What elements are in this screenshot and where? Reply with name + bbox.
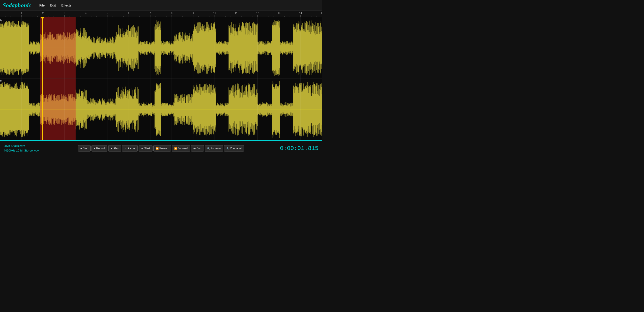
menu-file[interactable]: File (36, 2, 47, 9)
forward-button[interactable]: ⏩ Forward (172, 145, 190, 152)
pause-icon: ⏸ (124, 147, 127, 150)
menu-effects[interactable]: Effects (58, 2, 74, 9)
zoom-in-icon: 🔍 (207, 147, 210, 150)
time-display: 0:00:01.815 (274, 145, 318, 152)
play-icon: ▶ (111, 147, 112, 150)
pause-button[interactable]: ⏸ Pause (122, 145, 138, 152)
rewind-button[interactable]: ⏪ Rewind (154, 145, 171, 152)
play-button[interactable]: ▶ Play (108, 145, 121, 152)
zoom-out-icon: 🔍 (226, 147, 229, 150)
status-bar: Love Shack.wav 44100Hz 16-bit Stereo wav… (0, 140, 322, 156)
end-icon: ⏭ (194, 147, 196, 150)
record-icon: ● (94, 147, 95, 150)
forward-icon: ⏩ (174, 147, 177, 150)
waveform-container[interactable] (0, 11, 322, 140)
record-button[interactable]: ● Record (92, 145, 108, 152)
transport-controls: ■ Stop ● Record ▶ Play ⏸ Pause ⏮ Start ⏪… (78, 145, 244, 152)
stop-button[interactable]: ■ Stop (78, 145, 91, 152)
stop-icon: ■ (80, 147, 82, 150)
menu-bar: Sodaphonic File Edit Effects (0, 0, 322, 11)
filename: Love Shack.wav (4, 144, 48, 148)
file-details: 44100Hz 16-bit Stereo wav (4, 148, 48, 153)
end-button[interactable]: ⏭ End (191, 145, 204, 152)
waveform-canvas[interactable] (0, 11, 322, 140)
zoom-out-button[interactable]: 🔍 Zoom-out (224, 145, 244, 152)
start-icon: ⏮ (141, 147, 143, 150)
menu-edit[interactable]: Edit (47, 2, 58, 9)
app-title: Sodaphonic (3, 2, 31, 9)
file-info: Love Shack.wav 44100Hz 16-bit Stereo wav (4, 144, 48, 153)
rewind-icon: ⏪ (156, 147, 158, 150)
start-button[interactable]: ⏮ Start (138, 145, 152, 152)
zoom-in-button[interactable]: 🔍 Zoom-in (205, 145, 223, 152)
